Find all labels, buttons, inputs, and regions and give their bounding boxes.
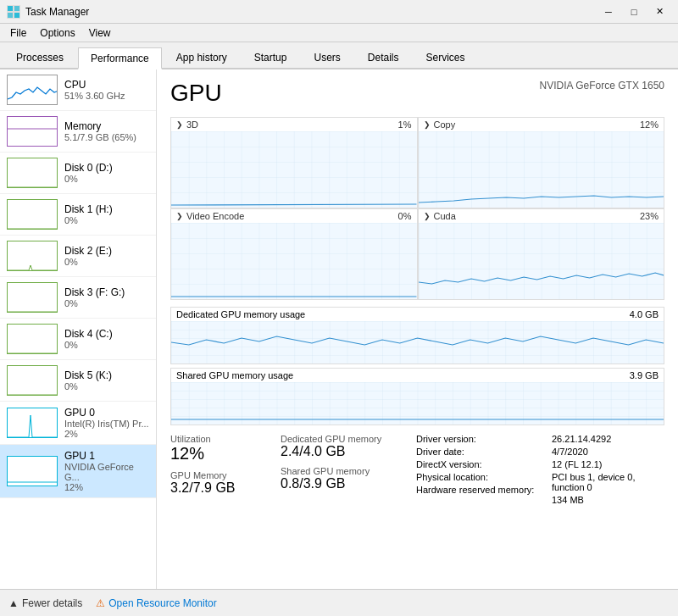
shared-gpu-label: Shared GPU memory usage 3.9 GB — [171, 369, 664, 382]
fewer-details-label: Fewer details — [22, 597, 82, 609]
disk5-title: Disk 5 (K:) — [64, 369, 149, 381]
sidebar-item-memory[interactable]: Memory 5.1/7.9 GB (65%) — [0, 111, 156, 153]
titlebar-left: Task Manager — [7, 5, 89, 19]
sidebar-item-gpu0[interactable]: GPU 0 Intel(R) Iris(TM) Pr... 2% — [0, 402, 156, 445]
gpu1-info: GPU 1 NVIDIA GeForce G... 12% — [64, 450, 149, 492]
stat-shared-gpu-value: 0.8/3.9 GB — [281, 476, 409, 491]
hw-reserved-label: Hardware reserved memory: — [416, 485, 534, 495]
disk3-info: Disk 3 (F: G:) 0% — [64, 286, 149, 308]
sidebar-item-disk1[interactable]: Disk 1 (H:) 0% — [0, 194, 156, 236]
svg-rect-5 — [171, 131, 417, 208]
gpu0-info: GPU 0 Intel(R) Iris(TM) Pr... 2% — [64, 407, 149, 439]
disk2-title: Disk 2 (E:) — [64, 245, 149, 257]
stats-area: Utilization 12% GPU Memory 3.2/7.9 GB De… — [170, 432, 664, 505]
sidebar-item-disk3[interactable]: Disk 3 (F: G:) 0% — [0, 277, 156, 319]
cpu-title: CPU — [64, 79, 149, 91]
stat-dedicated-gpu-value: 2.4/4.0 GB — [281, 444, 409, 459]
dedicated-gpu-label: Dedicated GPU memory usage 4.0 GB — [171, 308, 664, 321]
chart-cuda: ❯Cuda 23% — [418, 208, 665, 300]
shared-gpu-area — [171, 382, 664, 425]
content-subtitle: NVIDIA GeForce GTX 1650 — [540, 80, 664, 92]
chart-cuda-label: ❯Cuda 23% — [419, 209, 664, 223]
gpu1-subtitle: NVIDIA GeForce G... — [64, 462, 149, 482]
memory-mini-chart — [7, 116, 58, 147]
gpu0-title: GPU 0 — [64, 407, 149, 419]
disk0-mini-chart — [7, 158, 58, 188]
stats-col1: Utilization 12% GPU Memory 3.2/7.9 GB — [170, 432, 281, 505]
stats-col3: Driver version: Driver date: DirectX ver… — [416, 432, 552, 505]
stat-shared-gpu: Shared GPU memory 0.8/3.9 GB — [281, 464, 416, 497]
small-charts-grid: ❯3D 1% — [170, 117, 664, 300]
directx-value: 12 (FL 12.1) — [552, 459, 664, 469]
maximize-button[interactable]: □ — [622, 3, 646, 21]
sidebar-item-disk4[interactable]: Disk 4 (C:) 0% — [0, 319, 156, 360]
disk1-subtitle: 0% — [64, 215, 149, 225]
chart-copy-area — [419, 131, 664, 208]
sidebar-item-cpu[interactable]: CPU 51% 3.60 GHz — [0, 69, 156, 111]
physical-location-value: PCI bus 1, device 0, function 0 — [552, 472, 664, 492]
driver-date-label: Driver date: — [416, 447, 464, 457]
disk4-info: Disk 4 (C:) 0% — [64, 328, 149, 350]
disk5-mini-chart — [7, 365, 58, 396]
titlebar: Task Manager ─ □ ✕ — [0, 0, 678, 24]
disk1-info: Disk 1 (H:) 0% — [64, 203, 149, 225]
disk4-title: Disk 4 (C:) — [64, 328, 149, 340]
tab-processes[interactable]: Processes — [3, 46, 76, 68]
stat-utilization-value: 12% — [170, 444, 274, 463]
stats-col2: Dedicated GPU memory 2.4/4.0 GB Shared G… — [281, 432, 416, 505]
dedicated-gpu-area — [171, 321, 664, 363]
stat-utilization-label: Utilization — [170, 434, 274, 444]
sidebar-item-disk5[interactable]: Disk 5 (K:) 0% — [0, 360, 156, 402]
svg-rect-11 — [419, 223, 664, 299]
memory-title: Memory — [64, 120, 149, 132]
disk5-subtitle: 0% — [64, 381, 149, 391]
disk3-title: Disk 3 (F: G:) — [64, 286, 149, 298]
content-header: GPU NVIDIA GeForce GTX 1650 — [170, 80, 664, 107]
disk1-title: Disk 1 (H:) — [64, 203, 149, 215]
tab-users[interactable]: Users — [301, 46, 353, 68]
driver-date-value: 4/7/2020 — [552, 447, 664, 457]
fewer-details-button[interactable]: ▲ Fewer details — [8, 597, 82, 609]
driver-version-label: Driver version: — [416, 434, 476, 444]
chart-videoencode: ❯Video Encode 0% — [170, 208, 418, 300]
resource-monitor-icon: ⚠ — [96, 597, 105, 609]
disk0-info: Disk 0 (D:) 0% — [64, 162, 149, 184]
driver-version-value: 26.21.14.4292 — [552, 434, 664, 444]
disk4-mini-chart — [7, 324, 58, 354]
sidebar-item-gpu1[interactable]: GPU 1 NVIDIA GeForce G... 12% — [0, 445, 156, 498]
window-title: Task Manager — [25, 6, 89, 18]
close-button[interactable]: ✕ — [647, 3, 671, 21]
minimize-button[interactable]: ─ — [597, 3, 620, 21]
sidebar-item-disk0[interactable]: Disk 0 (D:) 0% — [0, 153, 156, 194]
titlebar-controls: ─ □ ✕ — [597, 3, 671, 21]
stat-gpumemory-label: GPU Memory — [170, 470, 274, 480]
stats-col4: 26.21.14.4292 4/7/2020 12 (FL 12.1) PCI … — [552, 432, 664, 505]
tab-performance[interactable]: Performance — [78, 47, 162, 69]
gpu1-mini-chart — [7, 456, 58, 486]
gpu0-usage: 2% — [64, 429, 149, 439]
svg-rect-0 — [8, 6, 13, 11]
chart-videoencode-label: ❯Video Encode 0% — [171, 209, 417, 223]
stat-gpumemory-value: 3.2/7.9 GB — [170, 480, 274, 496]
tab-apphistory[interactable]: App history — [164, 46, 240, 68]
disk5-info: Disk 5 (K:) 0% — [64, 369, 149, 391]
tab-services[interactable]: Services — [414, 46, 478, 68]
svg-rect-3 — [14, 13, 19, 18]
gpu0-subtitle: Intel(R) Iris(TM) Pr... — [64, 419, 149, 429]
tabs-bar: Processes Performance App history Startu… — [0, 42, 678, 69]
disk0-title: Disk 0 (D:) — [64, 162, 149, 174]
menu-view[interactable]: View — [82, 25, 118, 41]
gpu1-title: GPU 1 — [64, 450, 149, 462]
open-resource-monitor-link[interactable]: ⚠ Open Resource Monitor — [96, 597, 216, 609]
menu-file[interactable]: File — [3, 25, 33, 41]
directx-label: DirectX version: — [416, 459, 482, 469]
disk3-mini-chart — [7, 282, 58, 313]
tab-startup[interactable]: Startup — [242, 46, 300, 68]
stat-utilization: Utilization 12% — [170, 432, 281, 469]
memory-subtitle: 5.1/7.9 GB (65%) — [64, 132, 149, 142]
tab-details[interactable]: Details — [355, 46, 412, 68]
sidebar-item-disk2[interactable]: Disk 2 (E:) 0% — [0, 236, 156, 277]
chart-3d: ❯3D 1% — [170, 117, 418, 208]
memory-info: Memory 5.1/7.9 GB (65%) — [64, 120, 149, 142]
menu-options[interactable]: Options — [33, 25, 81, 41]
